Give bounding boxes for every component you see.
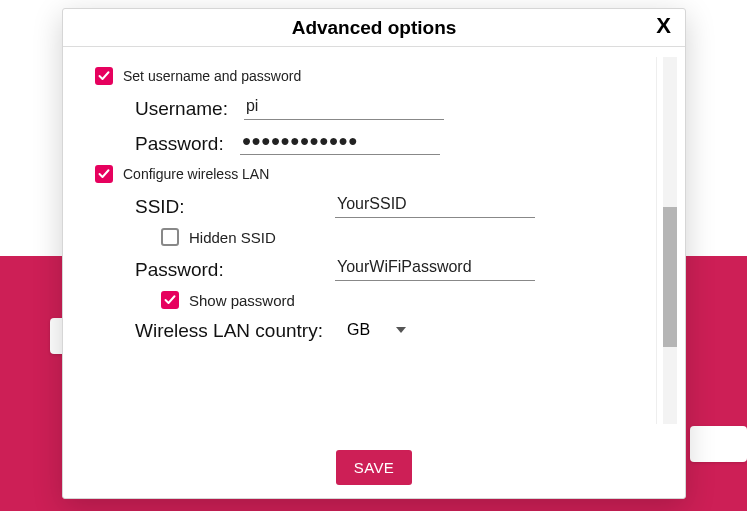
ssid-row: SSID: xyxy=(135,193,656,218)
wifi-row: Configure wireless LAN xyxy=(95,165,656,183)
wifi-checkbox[interactable] xyxy=(95,165,113,183)
ssid-label: SSID: xyxy=(135,196,325,218)
hidden-ssid-checkbox[interactable] xyxy=(161,228,179,246)
username-row: Username: xyxy=(135,95,656,120)
scrollbar-thumb[interactable] xyxy=(663,207,677,347)
username-input[interactable] xyxy=(244,95,444,120)
check-icon xyxy=(98,168,110,180)
scroll-area: Set username and password Username: Pass… xyxy=(91,57,657,424)
bg-card-right xyxy=(690,426,747,462)
user-password-label: Password: xyxy=(135,133,230,155)
ssid-input[interactable] xyxy=(335,193,535,218)
show-password-checkbox[interactable] xyxy=(161,291,179,309)
set-user-row: Set username and password xyxy=(95,67,656,85)
set-user-label: Set username and password xyxy=(123,68,301,84)
user-password-input[interactable] xyxy=(240,130,440,155)
advanced-options-dialog: Advanced options X Set username and pass… xyxy=(62,8,686,499)
wifi-password-label: Password: xyxy=(135,259,325,281)
dialog-footer: SAVE xyxy=(63,436,685,498)
set-user-checkbox[interactable] xyxy=(95,67,113,85)
country-select[interactable]: GB xyxy=(345,319,410,342)
wifi-label: Configure wireless LAN xyxy=(123,166,269,182)
dialog-title: Advanced options xyxy=(292,17,457,39)
show-password-label: Show password xyxy=(189,292,295,309)
check-icon xyxy=(164,294,176,306)
wifi-password-input[interactable] xyxy=(335,256,535,281)
close-button[interactable]: X xyxy=(656,13,671,39)
country-value: GB xyxy=(347,321,370,339)
check-icon xyxy=(98,70,110,82)
hidden-ssid-label: Hidden SSID xyxy=(189,229,276,246)
username-label: Username: xyxy=(135,98,234,120)
dialog-titlebar: Advanced options X xyxy=(63,9,685,47)
hidden-ssid-row: Hidden SSID xyxy=(161,228,656,246)
wifi-password-row: Password: xyxy=(135,256,656,281)
show-password-row: Show password xyxy=(161,291,656,309)
user-password-row: Password: xyxy=(135,130,656,155)
save-button[interactable]: SAVE xyxy=(336,450,413,485)
country-row: Wireless LAN country: GB xyxy=(135,319,656,342)
country-label: Wireless LAN country: xyxy=(135,320,335,342)
chevron-down-icon xyxy=(396,327,406,333)
dialog-body: Set username and password Username: Pass… xyxy=(63,47,685,498)
